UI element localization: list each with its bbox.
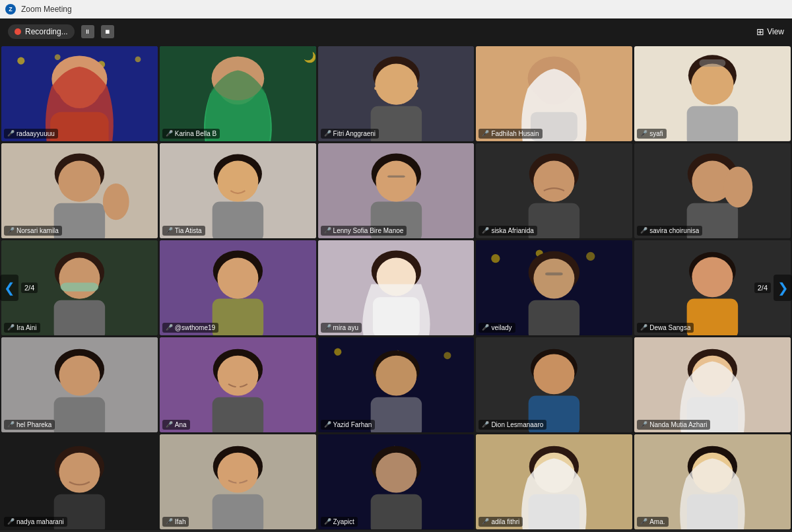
mic-muted-icon-15: 🎤 bbox=[640, 324, 647, 331]
window-title: Zoom Meeting bbox=[21, 5, 72, 14]
pause-recording-btn[interactable]: ⏸ bbox=[81, 25, 94, 38]
nav-prev-button[interactable]: ❮ bbox=[0, 275, 18, 301]
mic-muted-icon-11: 🎤 bbox=[7, 324, 15, 331]
svg-rect-28 bbox=[700, 59, 726, 67]
mic-muted-icon-12: 🎤 bbox=[166, 324, 173, 331]
name-label-5: 🎤 syafi bbox=[637, 129, 667, 139]
svg-point-56 bbox=[723, 166, 752, 207]
name-label-8: 🎤 Lenny Sofia Bire Manoe bbox=[321, 226, 407, 236]
svg-rect-128 bbox=[370, 494, 421, 529]
svg-point-99 bbox=[334, 348, 341, 355]
participant-name-16: hel Phareka bbox=[16, 421, 51, 428]
svg-point-74 bbox=[492, 254, 500, 263]
participant-name-20: Nanda Mutia Azhari bbox=[649, 421, 707, 428]
video-cell-21: 🎤 nadya maharani bbox=[1, 434, 158, 529]
svg-point-4 bbox=[135, 56, 141, 62]
nav-next-button[interactable]: ❯ bbox=[774, 275, 792, 301]
name-label-21: 🎤 nadya maharani bbox=[4, 517, 67, 527]
name-label-3: 🎤 Fitri Anggraeni bbox=[321, 129, 379, 139]
name-label-9: 🎤 siska Afrianida bbox=[478, 226, 537, 236]
video-cell-20: 🎤 Nanda Mutia Azhari bbox=[634, 337, 791, 432]
svg-point-76 bbox=[587, 252, 595, 261]
svg-rect-89 bbox=[54, 397, 105, 432]
svg-point-67 bbox=[217, 257, 258, 298]
video-cell-22: 🎤 Ifah bbox=[160, 434, 316, 529]
participant-name-24: adila fithri bbox=[491, 518, 519, 525]
mic-muted-icon-25: 🎤 bbox=[640, 518, 647, 525]
video-cell-25: 🎤 Ama. bbox=[634, 434, 791, 529]
svg-point-86 bbox=[692, 257, 733, 296]
name-label-6: 🎤 Norsari kamila bbox=[4, 226, 62, 236]
participant-name-14: veilady bbox=[491, 324, 512, 331]
participant-name-23: Zyapict bbox=[333, 518, 354, 525]
mic-muted-icon-21: 🎤 bbox=[7, 518, 15, 525]
video-cell-4: 🎤 Fadhilah Husain bbox=[476, 46, 632, 141]
mic-muted-icon-20: 🎤 bbox=[640, 421, 647, 428]
participant-name-21: nadya maharani bbox=[16, 518, 64, 525]
name-label-19: 🎤 Dion Lesmanaaro bbox=[478, 420, 546, 430]
name-label-16: 🎤 hel Phareka bbox=[4, 420, 55, 430]
participant-name-19: Dion Lesmanaaro bbox=[491, 421, 543, 428]
video-area: ❮ 2/4 🎤 radaayyuuuu bbox=[0, 45, 792, 531]
svg-rect-94 bbox=[212, 397, 263, 432]
video-cell-10: 🎤 savira choirunisa bbox=[634, 143, 791, 238]
view-button[interactable]: ⊞ View bbox=[756, 26, 784, 37]
svg-rect-17 bbox=[374, 86, 418, 90]
mic-muted-icon-5: 🎤 bbox=[640, 130, 647, 137]
participant-name-8: Lenny Sofia Bire Manoe bbox=[333, 227, 404, 234]
grid-icon: ⊞ bbox=[756, 26, 764, 37]
video-cell-12: 🎤 @swthome19 bbox=[160, 240, 316, 335]
name-label-25: 🎤 Ama. bbox=[637, 517, 668, 527]
participant-name-18: Yazid Farhan bbox=[333, 421, 372, 428]
participant-name-1: radaayyuuuu bbox=[16, 130, 55, 137]
participant-name-3: Fitri Anggraeni bbox=[333, 130, 376, 137]
name-label-20: 🎤 Nanda Mutia Azhari bbox=[637, 420, 710, 430]
recording-dot bbox=[15, 28, 21, 35]
svg-point-1 bbox=[17, 57, 24, 65]
video-cell-23: 🌙 🎤 Zyapict bbox=[318, 434, 475, 529]
name-label-17: 🎤 Ana bbox=[162, 420, 190, 430]
mic-muted-icon-4: 🎤 bbox=[482, 130, 489, 137]
svg-rect-81 bbox=[546, 273, 564, 275]
svg-rect-59 bbox=[54, 300, 105, 335]
video-cell-8: 🎤 Lenny Sofia Bire Manoe bbox=[318, 143, 475, 238]
svg-rect-65 bbox=[212, 298, 263, 335]
recording-badge: Recording... bbox=[8, 24, 75, 39]
svg-rect-102 bbox=[370, 397, 421, 432]
name-label-14: 🎤 veilady bbox=[478, 323, 515, 333]
mic-muted-icon-14: 🎤 bbox=[482, 324, 489, 331]
stop-recording-btn[interactable]: ⏹ bbox=[101, 25, 114, 38]
name-label-7: 🎤 Tia Atista bbox=[162, 226, 205, 236]
svg-point-39 bbox=[217, 160, 258, 201]
name-label-11: 🎤 Ira Aini bbox=[4, 323, 40, 333]
video-cell-7: 🎤 Tia Atista bbox=[160, 143, 316, 238]
page-counter-right: 2/4 bbox=[754, 283, 771, 293]
video-grid: 🎤 radaayyuuuu 🌙 🎤 Karina Bella B bbox=[1, 46, 791, 529]
recording-text: Recording... bbox=[25, 27, 68, 36]
svg-point-44 bbox=[376, 160, 416, 201]
name-label-18: 🎤 Yazid Farhan bbox=[321, 420, 376, 430]
name-label-15: 🎤 Dewa Sangsa bbox=[637, 323, 694, 333]
name-label-13: 🎤 mira ayu bbox=[321, 323, 362, 333]
name-label-1: 🎤 radaayyuuuu bbox=[4, 129, 58, 139]
svg-point-2 bbox=[55, 54, 61, 60]
svg-text:🌙: 🌙 bbox=[304, 51, 316, 63]
name-label-23: 🎤 Zyapict bbox=[321, 517, 358, 527]
svg-point-16 bbox=[375, 64, 417, 105]
svg-point-61 bbox=[59, 257, 100, 298]
svg-point-104 bbox=[376, 355, 416, 395]
video-cell-9: 🎤 siska Afrianida bbox=[476, 143, 632, 238]
svg-point-130 bbox=[376, 452, 416, 492]
mic-muted-icon-7: 🎤 bbox=[166, 227, 173, 234]
mic-muted-icon: 🎤 bbox=[7, 130, 15, 137]
video-cell-16: 🎤 hel Phareka bbox=[1, 337, 158, 432]
svg-point-80 bbox=[534, 259, 575, 298]
video-cell-24: 🎤 adila fithri bbox=[476, 434, 632, 529]
page-counter-left: 2/4 bbox=[21, 283, 38, 293]
participant-name-15: Dewa Sangsa bbox=[649, 324, 690, 331]
mic-muted-icon-8: 🎤 bbox=[324, 227, 331, 234]
video-cell-5: 🎤 syafi bbox=[634, 46, 791, 141]
svg-point-33 bbox=[58, 160, 100, 201]
mic-muted-icon-24: 🎤 bbox=[482, 518, 489, 525]
mic-muted-icon-16: 🎤 bbox=[7, 421, 15, 428]
